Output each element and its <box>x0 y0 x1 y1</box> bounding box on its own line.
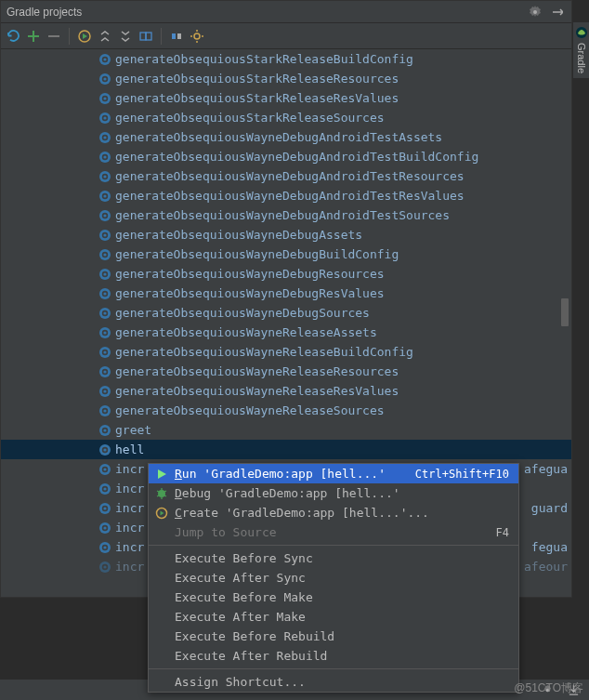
menu-item: Jump to SourceF4 <box>149 522 518 542</box>
menu-item[interactable]: Execute After Make <box>149 607 518 627</box>
task-item[interactable]: generateObsequiousWayneDebugAssets <box>1 225 571 244</box>
task-label: incr <box>115 462 144 476</box>
task-item[interactable]: generateObsequiousStarkReleaseBuildConfi… <box>1 49 571 69</box>
task-label: generateObsequiousStarkReleaseResValues <box>115 91 399 105</box>
task-item[interactable]: generateObsequiousWayneDebugAndroidTestS… <box>1 205 571 225</box>
task-label: generateObsequiousWayneDebugAssets <box>115 228 362 242</box>
menu-item-label: Execute Before Rebuild <box>175 629 509 643</box>
svg-point-68 <box>103 448 106 451</box>
menu-item[interactable]: Execute Before Sync <box>149 548 518 568</box>
panel-title-bar: Gradle projects <box>1 1 571 23</box>
toolbar <box>1 23 571 49</box>
gear-icon[interactable] <box>527 4 543 20</box>
run-icon <box>154 467 169 482</box>
svg-point-26 <box>103 175 106 178</box>
svg-point-11 <box>103 77 106 80</box>
expand-all-icon[interactable] <box>97 28 113 45</box>
task-trail: guard <box>531 501 568 515</box>
svg-point-53 <box>103 350 106 353</box>
collapse-all-icon[interactable] <box>117 28 134 45</box>
task-item[interactable]: generateObsequiousWayneDebugAndroidTestR… <box>1 166 571 186</box>
task-item[interactable]: generateObsequiousWayneDebugBuildConfig <box>1 244 571 264</box>
task-trail: afeour <box>524 560 568 574</box>
toolbar-separator <box>161 28 162 45</box>
task-item[interactable]: generateObsequiousStarkReleaseResValues <box>1 88 571 108</box>
menu-item[interactable]: Debug 'GradleDemo:app [hell...' <box>149 483 518 503</box>
refresh-icon[interactable] <box>5 28 21 45</box>
svg-rect-2 <box>146 33 151 40</box>
task-item[interactable]: generateObsequiousStarkReleaseResources <box>1 69 571 88</box>
task-item[interactable]: generateObsequiousWayneReleaseResValues <box>1 381 571 401</box>
menu-item-label: Execute Before Sync <box>175 551 509 565</box>
task-label: generateObsequiousWayneDebugResources <box>115 267 385 281</box>
side-tab-label: Gradle <box>576 43 587 73</box>
menu-item[interactable]: Execute Before Make <box>149 588 518 607</box>
svg-point-71 <box>103 468 106 470</box>
menu-item-label: Debug 'GradleDemo:app [hell...' <box>175 486 509 500</box>
task-trail: fegua <box>531 540 568 554</box>
menu-icon-empty <box>154 610 169 625</box>
hide-icon[interactable] <box>549 4 566 20</box>
scrollbar-thumb[interactable] <box>561 298 569 326</box>
task-item[interactable]: generateObsequiousWayneDebugAndroidTestR… <box>1 186 571 205</box>
svg-point-23 <box>103 155 106 158</box>
svg-point-50 <box>103 331 106 334</box>
svg-point-38 <box>103 253 106 256</box>
remove-icon[interactable] <box>46 28 62 45</box>
task-label: generateObsequiousWayneDebugAndroidTestS… <box>115 208 450 222</box>
task-label: generateObsequiousWayneDebugSources <box>115 306 370 320</box>
task-item[interactable]: generateObsequiousWayneReleaseResources <box>1 362 571 381</box>
task-item[interactable]: generateObsequiousWayneDebugAndroidTestA… <box>1 127 571 147</box>
offline-icon[interactable] <box>168 28 185 45</box>
task-item[interactable]: generateObsequiousWayneReleaseAssets <box>1 323 571 342</box>
menu-item-label: Execute Before Make <box>175 590 509 604</box>
svg-point-29 <box>103 194 106 197</box>
menu-icon-empty <box>154 649 169 664</box>
task-item[interactable]: generateObsequiousWayneDebugAndroidTestB… <box>1 147 571 166</box>
svg-point-74 <box>103 487 106 490</box>
menu-item[interactable]: Execute Before Rebuild <box>149 627 518 646</box>
task-label: generateObsequiousWayneDebugAndroidTestA… <box>115 130 442 144</box>
menu-icon-empty <box>154 571 169 586</box>
task-item[interactable]: generateObsequiousWayneDebugResources <box>1 264 571 284</box>
task-item[interactable]: generateObsequiousWayneDebugResValues <box>1 284 571 303</box>
svg-point-8 <box>103 58 106 60</box>
menu-icon-empty <box>154 629 169 644</box>
svg-point-14 <box>103 97 106 99</box>
settings-icon[interactable] <box>189 28 205 45</box>
task-label: incr <box>115 482 144 495</box>
svg-point-5 <box>194 33 200 39</box>
run-icon[interactable] <box>76 28 93 45</box>
svg-point-44 <box>103 292 106 295</box>
task-trail: afegua <box>524 462 568 476</box>
gradle-side-tab[interactable]: Gradle <box>572 22 589 78</box>
menu-item-label: Run 'GradleDemo:app [hell...' <box>175 467 415 481</box>
task-item[interactable]: hell <box>1 440 571 459</box>
link-icon[interactable] <box>137 28 154 45</box>
svg-point-56 <box>103 370 106 373</box>
menu-shortcut: Ctrl+Shift+F10 <box>415 468 509 481</box>
menu-item[interactable]: Create 'GradleDemo:app [hell...'... <box>149 503 518 522</box>
task-label: greet <box>115 423 151 437</box>
menu-item[interactable]: Execute After Rebuild <box>149 646 518 666</box>
task-item[interactable]: generateObsequiousWayneReleaseBuildConfi… <box>1 342 571 362</box>
toolbar-separator <box>69 28 70 45</box>
task-label: generateObsequiousWayneDebugResValues <box>115 286 385 300</box>
task-label: generateObsequiousStarkReleaseSources <box>115 111 385 125</box>
context-menu: Run 'GradleDemo:app [hell...'Ctrl+Shift+… <box>148 463 519 693</box>
task-item[interactable]: generateObsequiousWayneDebugSources <box>1 303 571 323</box>
debug-icon <box>154 486 169 501</box>
menu-item[interactable]: Run 'GradleDemo:app [hell...'Ctrl+Shift+… <box>149 464 518 483</box>
menu-icon-empty <box>154 590 169 605</box>
task-item[interactable]: generateObsequiousStarkReleaseSources <box>1 108 571 127</box>
task-label: incr <box>115 560 144 574</box>
task-label: generateObsequiousWayneReleaseSources <box>115 403 385 417</box>
menu-item-label: Execute After Make <box>175 610 509 624</box>
add-icon[interactable] <box>25 28 42 45</box>
task-label: generateObsequiousWayneDebugAndroidTestR… <box>115 189 465 203</box>
task-item[interactable]: greet <box>1 420 571 440</box>
menu-item[interactable]: Assign Shortcut... <box>149 672 518 692</box>
task-item[interactable]: generateObsequiousWayneReleaseSources <box>1 401 571 420</box>
menu-separator <box>149 668 518 669</box>
menu-item[interactable]: Execute After Sync <box>149 568 518 588</box>
